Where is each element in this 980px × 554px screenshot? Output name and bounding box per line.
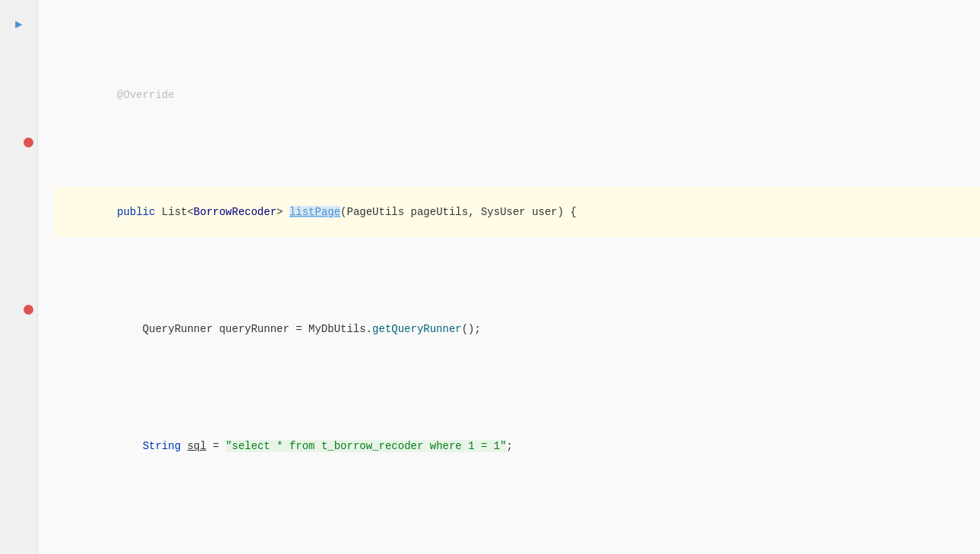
plain-semi2: ; [507, 440, 513, 452]
kw-public: public [117, 206, 162, 218]
code-line-1: @Override [53, 70, 980, 120]
plain-pageutils-var: pageUtils, [404, 206, 481, 218]
annotation-override: @Override [117, 89, 175, 101]
line-4-content: String sql = "select * from t_borrow_rec… [53, 421, 980, 471]
code-line-5: if(StringUtils.isNotEmpty(pageUtils.getK… [53, 538, 980, 554]
gutter-arrow-line: ► [0, 17, 38, 33]
line-3-content: QueryRunner queryRunner = MyDbUtils.getQ… [53, 304, 980, 354]
plain-params: ( [340, 206, 346, 218]
gutter-breakpoint-line [0, 134, 38, 150]
plain-indent [117, 440, 143, 452]
gutter-breakpoint-2 [0, 301, 38, 318]
method-getqr: getQueryRunner [372, 323, 462, 335]
plain-semi1: (); [462, 323, 481, 335]
type-borrowrecoder: BorrowRecoder [194, 206, 277, 218]
plain-gt: > [277, 206, 289, 218]
arrow-right-icon: ► [15, 18, 23, 32]
code-line-2: public List<BorrowRecoder> listPage(Page… [53, 187, 980, 237]
breakpoint-icon [24, 138, 33, 147]
string-sql: "select * from t_borrow_recoder where 1 … [226, 440, 507, 452]
breakpoint-icon-2 [24, 305, 33, 315]
plain-qr: QueryRunner queryRunner = MyDbUtils. [117, 323, 372, 335]
plain-user: user) { [526, 206, 577, 218]
editor-gutter: ► [0, 0, 38, 554]
plain-list: List< [162, 206, 194, 218]
line-5-content: if(StringUtils.isNotEmpty(pageUtils.getK… [53, 538, 980, 554]
type-sysuser: SysUser [481, 206, 526, 218]
editor-container: ► @Override [0, 0, 980, 554]
line-1-content: @Override [53, 70, 980, 120]
code-editor[interactable]: @Override public List<BorrowRecoder> lis… [38, 0, 980, 554]
code-line-3: QueryRunner queryRunner = MyDbUtils.getQ… [53, 304, 980, 354]
plain-eq: = [207, 440, 226, 452]
var-sql: sql [187, 440, 206, 452]
line-2-content: public List<BorrowRecoder> listPage(Page… [53, 187, 980, 237]
code-content: @Override public List<BorrowRecoder> lis… [38, 0, 980, 554]
kw-string: String [143, 440, 181, 452]
method-listpage: listPage [289, 206, 340, 218]
type-pageutils: PageUtils [347, 206, 405, 218]
code-line-4: String sql = "select * from t_borrow_rec… [53, 421, 980, 471]
